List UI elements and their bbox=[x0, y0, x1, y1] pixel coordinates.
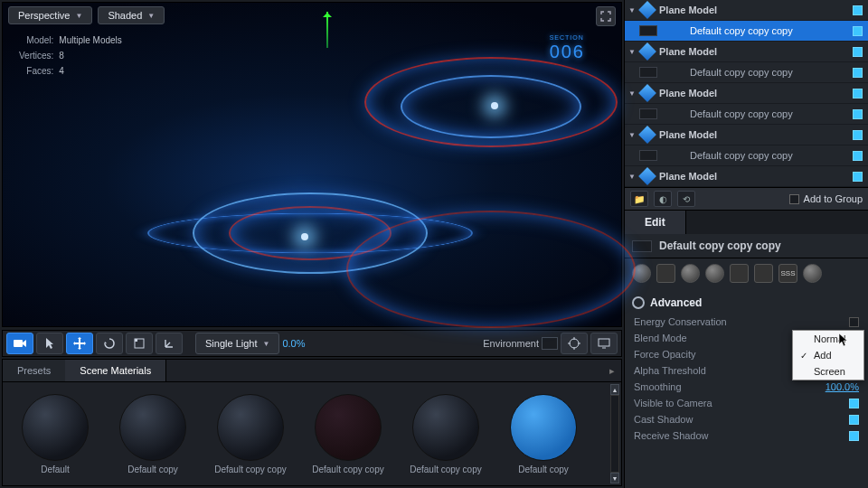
svg-rect-4 bbox=[599, 339, 609, 346]
display-button[interactable] bbox=[590, 333, 618, 354]
object-swatch[interactable] bbox=[632, 240, 652, 252]
visibility-toggle[interactable] bbox=[853, 5, 863, 15]
material-swatch-icon bbox=[639, 108, 657, 119]
material-swatch[interactable]: Default copy bbox=[113, 394, 193, 474]
materials-panel: Presets Scene Materials ▸ DefaultDefault… bbox=[2, 359, 622, 486]
material-swatch[interactable]: Default copy copy bbox=[308, 394, 388, 474]
hierarchy-model-item[interactable]: ▼Plane Model bbox=[625, 0, 868, 21]
prop-recv-checkbox[interactable] bbox=[849, 431, 859, 441]
material-sphere[interactable] bbox=[119, 394, 186, 461]
move-tool-button[interactable] bbox=[66, 333, 93, 354]
editor-category-row: SSS bbox=[625, 258, 868, 288]
expand-viewport-button[interactable] bbox=[596, 6, 616, 26]
prop-viscam-label: Visible to Camera bbox=[634, 398, 849, 408]
add-light-button[interactable]: ◐ bbox=[654, 191, 672, 207]
add-link-button[interactable]: ⟲ bbox=[677, 191, 695, 207]
material-label: Default copy bbox=[127, 465, 178, 474]
scroll-up-button[interactable]: ▲ bbox=[610, 384, 619, 395]
view-mode-dropdown[interactable]: Perspective▼ bbox=[8, 6, 92, 24]
svg-rect-0 bbox=[14, 340, 23, 347]
visibility-toggle[interactable] bbox=[853, 109, 863, 119]
hierarchy-model-item[interactable]: ▼Plane Model bbox=[625, 125, 868, 145]
material-sphere[interactable] bbox=[315, 394, 382, 461]
item-label: Plane Model bbox=[659, 171, 849, 182]
viewport[interactable]: SECTION006 Perspective▼ Shaded▼ Model:Mu… bbox=[2, 2, 622, 327]
model-icon bbox=[638, 42, 656, 61]
prop-cast-label: Cast Shadow bbox=[634, 414, 849, 425]
blend-option-add[interactable]: ✓Add bbox=[793, 347, 863, 363]
cat-light-icon[interactable] bbox=[754, 264, 773, 283]
hierarchy-model-item[interactable]: ▼Plane Model bbox=[625, 83, 868, 104]
materials-scrollbar[interactable]: ▲ ▼ bbox=[610, 384, 619, 483]
tab-presets[interactable]: Presets bbox=[3, 360, 65, 381]
item-label: Default copy copy copy bbox=[663, 108, 849, 119]
visibility-toggle[interactable] bbox=[853, 151, 863, 161]
item-label: Default copy copy copy bbox=[663, 67, 849, 78]
material-swatch[interactable]: Default bbox=[15, 394, 95, 474]
scale-tool-button[interactable] bbox=[126, 333, 153, 354]
cat-env-icon[interactable] bbox=[705, 264, 724, 283]
hierarchy-material-item[interactable]: Default copy copy copy bbox=[625, 145, 868, 166]
select-tool-button[interactable] bbox=[36, 333, 63, 354]
shade-mode-dropdown[interactable]: Shaded▼ bbox=[98, 6, 165, 24]
prop-viscam-checkbox[interactable] bbox=[849, 399, 859, 408]
cat-global-icon[interactable] bbox=[803, 264, 822, 283]
material-sphere[interactable] bbox=[217, 394, 284, 461]
chevron-down-icon: ▼ bbox=[263, 340, 270, 348]
visibility-toggle[interactable] bbox=[853, 26, 863, 36]
prop-cast-checkbox[interactable] bbox=[849, 415, 859, 425]
light-mode-dropdown[interactable]: Single Light▼ bbox=[195, 333, 279, 354]
visibility-toggle[interactable] bbox=[853, 47, 863, 57]
axis-tool-button[interactable] bbox=[156, 333, 183, 354]
cat-sss-icon[interactable]: SSS bbox=[778, 264, 797, 283]
hierarchy-material-item[interactable]: Default copy copy copy bbox=[625, 104, 868, 125]
blend-mode-menu[interactable]: Normal ✓Add Screen bbox=[792, 330, 864, 380]
tab-scene-materials[interactable]: Scene Materials bbox=[65, 360, 166, 381]
material-sphere[interactable] bbox=[510, 394, 577, 461]
add-to-group-button[interactable]: Add to Group bbox=[789, 193, 863, 204]
material-swatch[interactable]: Default copy copy bbox=[211, 394, 290, 474]
camera-tool-button[interactable] bbox=[6, 333, 33, 354]
target-button[interactable] bbox=[561, 333, 588, 354]
prop-smooth-value[interactable]: 100.0% bbox=[826, 381, 859, 392]
tab-edit[interactable]: Edit bbox=[625, 211, 686, 234]
model-icon bbox=[638, 1, 656, 19]
item-label: Plane Model bbox=[659, 129, 849, 140]
add-folder-button[interactable]: 📁 bbox=[630, 191, 648, 207]
cat-alpha-icon[interactable] bbox=[730, 264, 749, 283]
rotate-tool-button[interactable] bbox=[96, 333, 123, 354]
blend-option-screen[interactable]: Screen bbox=[793, 363, 863, 380]
cat-image-icon[interactable] bbox=[656, 264, 675, 283]
material-swatch-icon bbox=[639, 67, 657, 78]
hierarchy-material-item[interactable]: Default copy copy copy bbox=[625, 21, 868, 42]
panel-collapse-icon[interactable]: ▸ bbox=[603, 360, 621, 381]
chevron-down-icon: ▼ bbox=[147, 12, 155, 20]
hierarchy-model-item[interactable]: ▼Plane Model bbox=[625, 166, 868, 187]
scroll-down-button[interactable]: ▼ bbox=[610, 473, 619, 483]
visibility-toggle[interactable] bbox=[853, 89, 863, 99]
chevron-down-icon: ▼ bbox=[75, 12, 82, 20]
environment-swatch[interactable] bbox=[542, 337, 558, 350]
light-value[interactable]: 0.0% bbox=[282, 338, 305, 349]
visibility-toggle[interactable] bbox=[853, 172, 863, 182]
visibility-toggle[interactable] bbox=[853, 130, 863, 140]
section-label: SECTION006 bbox=[550, 34, 585, 62]
model-icon bbox=[638, 84, 656, 102]
gear-icon bbox=[632, 296, 645, 309]
material-swatch[interactable]: Default copy copy bbox=[406, 394, 486, 474]
prop-energy-checkbox[interactable] bbox=[849, 317, 859, 327]
material-swatch[interactable]: Default copy bbox=[504, 394, 583, 474]
material-label: Default copy bbox=[518, 465, 569, 474]
prop-energy-label: Energy Conservation bbox=[634, 316, 849, 327]
hierarchy-material-item[interactable]: Default copy copy copy bbox=[625, 62, 868, 83]
material-sphere[interactable] bbox=[412, 394, 479, 461]
visibility-toggle[interactable] bbox=[853, 68, 863, 78]
y-axis-gizmo[interactable] bbox=[326, 12, 328, 48]
section-advanced-header[interactable]: Advanced bbox=[625, 292, 868, 314]
cat-shading-icon[interactable] bbox=[681, 264, 700, 283]
item-label: Default copy copy copy bbox=[663, 25, 849, 36]
material-swatch-icon bbox=[639, 25, 657, 36]
blend-option-normal[interactable]: Normal bbox=[793, 331, 863, 347]
hierarchy-model-item[interactable]: ▼Plane Model bbox=[625, 42, 868, 62]
material-sphere[interactable] bbox=[22, 394, 89, 461]
